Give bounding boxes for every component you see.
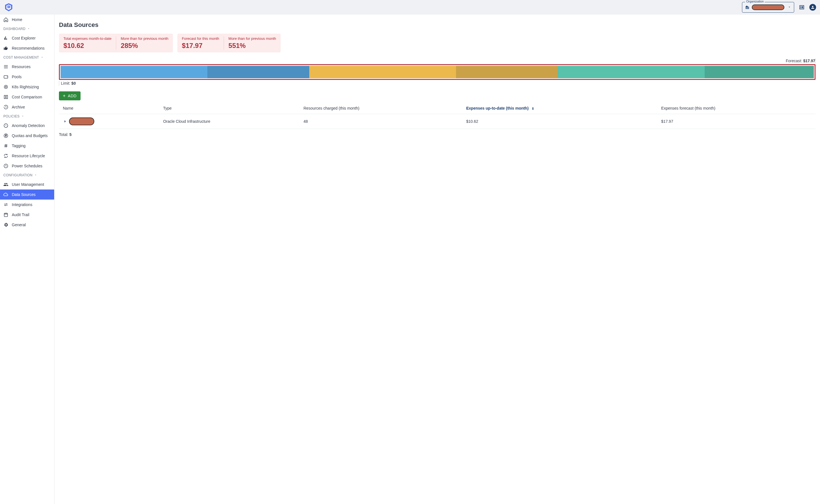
building-icon	[745, 5, 750, 10]
swap-icon	[3, 202, 8, 207]
organization-label: Organization	[745, 0, 765, 3]
sidebar-item-pools[interactable]: Pools	[0, 72, 54, 82]
organization-value-redacted	[752, 4, 784, 10]
organization-selector[interactable]: Organization	[742, 2, 794, 13]
sidebar-item-label: Resource Lifecycle	[12, 154, 45, 158]
sidebar-item-label: User Management	[12, 182, 44, 187]
sidebar-item-label: K8s Rightsizing	[12, 85, 39, 89]
svg-rect-4	[6, 95, 8, 99]
sidebar-item-general[interactable]: General	[0, 220, 54, 230]
home-icon	[3, 17, 8, 22]
col-expenses[interactable]: Expenses up-to-date (this month)	[462, 103, 657, 114]
sidebar-section-cost-management[interactable]: COST MANAGEMENT	[0, 53, 54, 62]
cloud-icon	[3, 192, 8, 197]
summary-value: $17.97	[182, 42, 219, 50]
summary-label: Total expenses month-to-date	[63, 36, 111, 41]
list-icon	[3, 64, 8, 69]
sidebar-item-quotas-budgets[interactable]: Quotas and Budgets	[0, 131, 54, 141]
docs-icon[interactable]	[799, 4, 805, 10]
sidebar-item-home[interactable]: Home	[0, 15, 54, 25]
sidebar-item-integrations[interactable]: Integrations	[0, 200, 54, 210]
svg-point-2	[5, 86, 7, 88]
sidebar-item-tagging[interactable]: Tagging	[0, 141, 54, 151]
sidebar-item-power-schedules[interactable]: Power Schedules	[0, 161, 54, 171]
sidebar-item-resources[interactable]: Resources	[0, 62, 54, 72]
top-bar: Organization	[0, 0, 820, 15]
thumbs-up-icon	[3, 46, 8, 51]
user-avatar[interactable]	[809, 4, 816, 11]
add-button-label: ADD	[68, 94, 77, 98]
sidebar-item-cost-explorer[interactable]: Cost Explorer	[0, 33, 54, 43]
sidebar-item-label: Cost Explorer	[12, 36, 36, 40]
sidebar-section-policies[interactable]: POLICIES	[0, 112, 54, 121]
sidebar-item-anomaly-detection[interactable]: Anomaly Detection	[0, 121, 54, 131]
sidebar-item-k8s-rightsizing[interactable]: K8s Rightsizing	[0, 82, 54, 92]
forecast-top-label: Forecast: $17.97	[59, 59, 816, 63]
col-name[interactable]: Name	[59, 103, 159, 114]
target-icon	[3, 84, 8, 89]
app-logo	[4, 3, 13, 12]
arrow-down-icon	[531, 107, 535, 110]
users-icon	[3, 182, 8, 187]
chevron-down-icon	[788, 5, 791, 10]
summary-value: 551%	[229, 42, 276, 50]
hash-icon	[3, 143, 8, 148]
sidebar-item-data-sources[interactable]: Data Sources	[0, 189, 54, 200]
summary-row: Total expenses month-to-date $10.62 More…	[59, 34, 816, 52]
summary-card-expenses: Total expenses month-to-date $10.62 More…	[59, 34, 173, 52]
forecast-bar	[59, 64, 816, 80]
forecast-segment	[309, 66, 456, 78]
forecast-segment	[557, 66, 704, 78]
summary-value: $10.62	[63, 42, 111, 50]
sidebar-item-label: Quotas and Budgets	[12, 133, 48, 138]
col-resources[interactable]: Resources charged (this month)	[300, 103, 462, 114]
forecast-segment	[705, 66, 814, 78]
cell-expenses: $10.62	[462, 114, 657, 129]
source-name-redacted	[69, 117, 94, 125]
sidebar-item-label: Audit Trail	[12, 212, 29, 217]
chevron-up-icon	[34, 173, 37, 177]
forecast-block: Forecast: $17.97 Limit: $0	[59, 59, 816, 86]
sidebar-item-user-management[interactable]: User Management	[0, 179, 54, 189]
data-sources-table: Name Type Resources charged (this month)…	[59, 103, 816, 129]
top-right-cluster: Organization	[742, 2, 816, 13]
summary-value: 285%	[121, 42, 168, 50]
col-type[interactable]: Type	[159, 103, 300, 114]
sidebar-section-dashboard[interactable]: DASHBOARD	[0, 25, 54, 33]
summary-card-forecast: Forecast for this month $17.97 More than…	[177, 34, 281, 52]
forecast-segment	[456, 66, 557, 78]
table-row[interactable]: Oracle Cloud Infrastructure48$10.62$17.9…	[59, 114, 816, 129]
sidebar-item-label: Anomaly Detection	[12, 123, 45, 128]
history-icon	[3, 105, 8, 110]
svg-rect-3	[4, 95, 6, 99]
sidebar-item-resource-lifecycle[interactable]: Resource Lifecycle	[0, 151, 54, 161]
sidebar-item-label: Integrations	[12, 202, 32, 207]
sidebar-item-cost-comparison[interactable]: Cost Comparison	[0, 92, 54, 102]
sidebar-item-archive[interactable]: Archive	[0, 102, 54, 112]
chevron-right-icon[interactable]	[63, 119, 67, 124]
sidebar: Home DASHBOARD Cost Explorer Recommendat…	[0, 15, 54, 504]
forecast-segment	[208, 66, 309, 78]
sidebar-item-audit-trail[interactable]: Audit Trail	[0, 210, 54, 220]
sidebar-item-label: Cost Comparison	[12, 95, 42, 99]
sidebar-item-label: Home	[12, 17, 22, 22]
bar-chart-icon	[3, 36, 8, 41]
plus-icon: +	[63, 94, 66, 98]
chevron-up-icon	[27, 27, 30, 31]
sidebar-item-recommendations[interactable]: Recommendations	[0, 43, 54, 53]
forecast-segment	[61, 66, 208, 78]
compare-icon	[3, 94, 8, 100]
sidebar-item-label: Power Schedules	[12, 164, 42, 168]
col-forecast[interactable]: Expenses forecast (this month)	[657, 103, 816, 114]
chevron-up-icon	[41, 56, 43, 59]
content-area: Data Sources Total expenses month-to-dat…	[54, 15, 820, 504]
summary-label: More than for previous month	[121, 36, 168, 41]
dollar-cycle-icon	[3, 133, 8, 138]
forecast-bottom-label: Limit: $0	[59, 81, 76, 85]
cell-type: Oracle Cloud Infrastructure	[159, 114, 300, 129]
sidebar-section-configuration[interactable]: CONFIGURATION	[0, 171, 54, 179]
chevron-up-icon	[21, 114, 24, 118]
sidebar-item-label: Archive	[12, 105, 25, 109]
add-button[interactable]: + ADD	[59, 91, 80, 100]
sidebar-item-label: Recommendations	[12, 46, 45, 50]
